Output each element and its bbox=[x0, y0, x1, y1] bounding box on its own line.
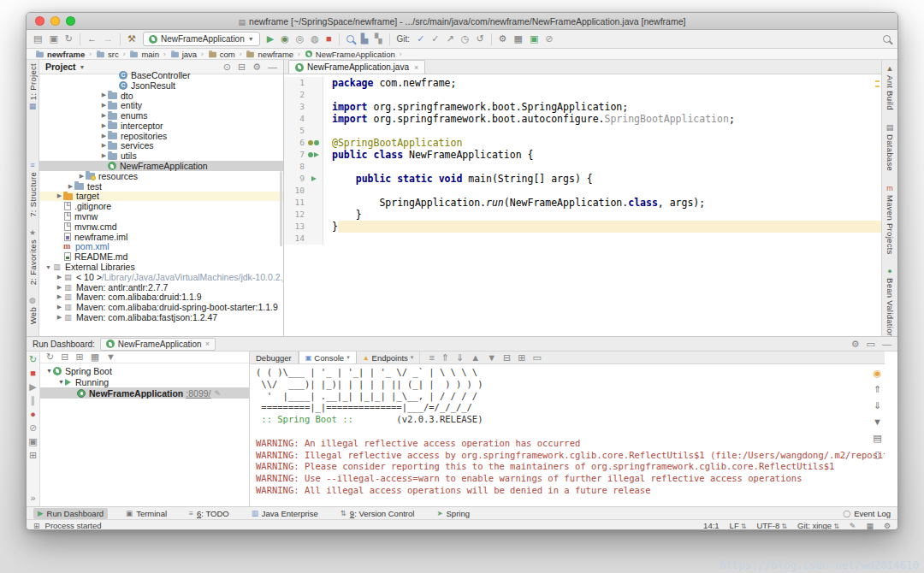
rerun-icon[interactable]: ↻ bbox=[29, 355, 37, 364]
history-icon[interactable]: ◷ bbox=[461, 34, 470, 44]
scroll-bottom-icon[interactable]: ▼ bbox=[487, 353, 496, 363]
status-utf-8[interactable]: UTF-8⇅ bbox=[756, 521, 787, 530]
expand-arrow-icon[interactable]: ▼ bbox=[57, 379, 65, 385]
profiler-icon[interactable]: ◍ bbox=[311, 34, 319, 44]
rerun-highlight-icon[interactable]: ◉ bbox=[874, 369, 882, 378]
tool-window-button-bean-validation[interactable]: ●Bean Validation bbox=[886, 268, 895, 338]
gutter[interactable]: 4 bbox=[284, 113, 323, 125]
gutter[interactable]: 2 bbox=[284, 89, 323, 101]
expand-arrow-icon[interactable]: ▼ bbox=[45, 368, 53, 374]
thread-dump-icon[interactable]: ▣ bbox=[28, 437, 37, 446]
group-by-icon[interactable]: ▦ bbox=[91, 352, 99, 362]
run-main-icon[interactable] bbox=[311, 176, 317, 181]
tree-item-newframeapplication[interactable]: NewFrameApplication bbox=[39, 161, 283, 171]
tree-item-resources[interactable]: ▶resources bbox=[39, 171, 283, 181]
gutter[interactable]: 13 bbox=[284, 221, 323, 233]
expand-arrow-icon[interactable]: ▶ bbox=[56, 192, 63, 199]
tree-item-maven--antlr-antlr-2-7-7[interactable]: ▶▥Maven: antlr:antlr:2.7.7 bbox=[39, 282, 283, 292]
tree-item-maven--com-alibaba-druid-1-1-9[interactable]: ▶▥Maven: com.alibaba:druid:1.1.9 bbox=[39, 292, 283, 303]
filter-icon[interactable]: ▼ bbox=[106, 352, 116, 362]
commit-icon[interactable]: ✓ bbox=[431, 34, 439, 44]
tool-window-button----version-control[interactable]: ⇅9: Version Control bbox=[336, 508, 419, 519]
expand-arrow-icon[interactable]: ▶ bbox=[100, 112, 108, 119]
pause-icon[interactable]: ∥ bbox=[31, 396, 36, 405]
tool-window-button----structure[interactable]: ≡7: Structure bbox=[28, 162, 38, 217]
tree-item-repositories[interactable]: ▶repositories bbox=[39, 131, 283, 141]
collapse-all-icon[interactable]: ⊟ bbox=[61, 352, 68, 362]
scroll-up-icon[interactable]: ⇑ bbox=[441, 353, 449, 363]
tree-item-maven--com-alibaba-druid-spring-boot-starter-1-1-9[interactable]: ▶▥Maven: com.alibaba:druid-spring-boot-s… bbox=[39, 302, 283, 312]
resume-icon[interactable]: ▶ bbox=[29, 382, 36, 392]
expand-arrow-icon[interactable]: ▶ bbox=[78, 173, 86, 180]
event-log-button[interactable]: ◯Event Log bbox=[843, 509, 891, 518]
tab-console[interactable]: ▣Console▾ bbox=[299, 351, 357, 363]
tree-item-interceptor[interactable]: ▶interceptor bbox=[39, 121, 283, 131]
project-structure-icon[interactable]: ▦ bbox=[513, 34, 522, 44]
stop-icon[interactable]: ■ bbox=[30, 369, 36, 378]
uml-icon[interactable]: ▙ bbox=[361, 34, 368, 44]
stop-icon[interactable]: ■ bbox=[326, 34, 332, 44]
tool-window-button----todo[interactable]: ≡6: TODO bbox=[185, 508, 234, 519]
search-everywhere-icon[interactable] bbox=[883, 35, 891, 43]
markdown-icon[interactable]: ▣ bbox=[530, 34, 538, 44]
breadcrumb-item-newframe[interactable]: newframe bbox=[35, 50, 85, 59]
tree-item--gitignore[interactable]: .gitignore bbox=[39, 201, 283, 211]
clear-icon[interactable]: ▭ bbox=[532, 353, 541, 363]
code-editor[interactable]: 1package com.newframe;23import org.sprin… bbox=[284, 74, 881, 336]
tab-debugger[interactable]: Debugger bbox=[250, 351, 299, 363]
console-body[interactable]: ( ( )\___ | '_ | '_| | '_ \/ _` | \ \ \ … bbox=[250, 364, 885, 506]
tree-item-enums[interactable]: ▶enums bbox=[39, 110, 283, 121]
breadcrumb-item-NewFrameApplication[interactable]: NewFrameApplication bbox=[305, 50, 395, 59]
breadcrumb-item-java[interactable]: java bbox=[170, 50, 197, 59]
tool-window-button-database[interactable]: ▤Database bbox=[886, 124, 895, 171]
expand-arrow-icon[interactable]: ▶ bbox=[100, 122, 108, 129]
next-occurrence-icon[interactable]: ⇓ bbox=[874, 401, 881, 411]
breadcrumb-item-src[interactable]: src bbox=[96, 50, 119, 59]
warning-mark[interactable] bbox=[875, 86, 880, 87]
gutter[interactable]: 3 bbox=[284, 101, 323, 113]
run-configuration-combo[interactable]: NewFrameApplication ▼ bbox=[143, 32, 260, 46]
status-14[interactable]: 14:1 bbox=[703, 521, 720, 530]
soft-wrap-icon[interactable]: ≡ bbox=[429, 353, 434, 363]
tree-item-entity[interactable]: ▶entity bbox=[39, 100, 283, 110]
close-icon[interactable]: × bbox=[205, 340, 210, 348]
close-icon[interactable]: × bbox=[414, 63, 418, 72]
rollback-icon[interactable]: ↺ bbox=[476, 34, 483, 44]
status-git[interactable]: Git: xinge⇅ bbox=[797, 521, 839, 530]
expand-arrow-icon[interactable]: ▶ bbox=[56, 304, 63, 310]
tree-item-mvnw[interactable]: mvnw bbox=[39, 211, 283, 222]
background-tasks-icon[interactable]: ▦ bbox=[866, 522, 874, 530]
tree-item-utils[interactable]: ▶utils bbox=[39, 151, 283, 161]
search-icon[interactable] bbox=[346, 35, 354, 43]
run-dashboard-tab[interactable]: NewFrameApplication × bbox=[100, 338, 216, 351]
gutter[interactable]: 9 bbox=[284, 173, 323, 185]
breadcrumb-item-com[interactable]: com bbox=[208, 50, 235, 59]
run-class-icon[interactable] bbox=[314, 152, 319, 157]
dashboard-item-running[interactable]: ▼Running bbox=[40, 376, 249, 387]
clear-console-icon[interactable]: ▯ bbox=[875, 450, 880, 459]
tree-item-newframe-iml[interactable]: newframe.iml bbox=[39, 232, 283, 242]
tree-item-pom-xml[interactable]: pom.xml bbox=[39, 242, 283, 252]
tree-item-maven--com-alibaba-fastjson-1-2-47[interactable]: ▶▥Maven: com.alibaba:fastjson:1.2.47 bbox=[39, 312, 283, 322]
tree-item---10--[interactable]: ▶▤< 10 > /Library/Java/JavaVirtualMachin… bbox=[39, 272, 283, 282]
run-icon[interactable]: ▶ bbox=[267, 34, 274, 44]
sync-icon[interactable]: ↻ bbox=[65, 34, 73, 44]
tree-item-jsonresult[interactable]: JsonResult bbox=[39, 80, 283, 91]
hide-icon[interactable]: — bbox=[882, 340, 891, 349]
inspections-profile-icon[interactable]: ⚙ bbox=[884, 522, 891, 530]
scroll-down-icon[interactable]: ⇓ bbox=[456, 353, 464, 363]
tree-item-basecontroller[interactable]: BaseController bbox=[39, 70, 283, 80]
no-breakpoints-icon[interactable]: ⊘ bbox=[29, 423, 37, 433]
expand-arrow-icon[interactable]: ▶ bbox=[100, 102, 108, 109]
tool-window-button-ant-build[interactable]: ▲Ant Build bbox=[886, 65, 895, 110]
settings-icon[interactable]: ⚙ bbox=[499, 34, 507, 44]
push-icon[interactable]: ↗ bbox=[447, 34, 454, 44]
tab-endpoints[interactable]: ▲Endpoints▾ bbox=[357, 351, 421, 363]
spring-bean-icon[interactable] bbox=[314, 140, 319, 145]
expand-regions-icon[interactable]: ⊞ bbox=[518, 353, 525, 363]
breadcrumb-item-main[interactable]: main bbox=[129, 50, 159, 59]
save-icon[interactable]: ▣ bbox=[49, 34, 57, 44]
show-config-icon[interactable]: ↻ bbox=[46, 352, 54, 362]
tool-window-button-web[interactable]: ◍Web bbox=[28, 297, 38, 324]
collapse-regions-icon[interactable]: ⊟ bbox=[503, 353, 511, 363]
